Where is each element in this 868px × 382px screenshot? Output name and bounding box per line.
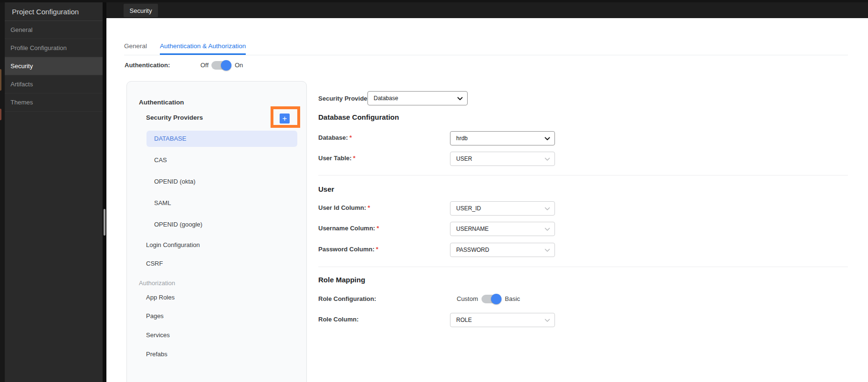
username-column-select[interactable]: USERNAME (450, 222, 555, 236)
tree-item-provider-openid-google[interactable]: OPENID (google) (154, 221, 202, 228)
database-configuration-title: Database Configuration (318, 113, 399, 121)
chevron-down-icon (544, 227, 550, 231)
tree-item-provider-openid-okta[interactable]: OPENID (okta) (154, 178, 196, 185)
required-asterisk: * (367, 204, 370, 211)
security-provider-value: Database (374, 95, 398, 102)
role-column-value: ROLE (456, 317, 472, 323)
security-provider-select[interactable]: Database (367, 91, 468, 105)
chevron-down-icon (544, 319, 550, 322)
sidebar-item-artifacts[interactable]: Artifacts (5, 75, 103, 93)
database-label-text: Database: (318, 134, 348, 141)
user-id-column-value: USER_ID (456, 205, 481, 212)
left-edge-strip (0, 0, 5, 382)
top-tab-bar: Security (106, 0, 868, 18)
password-column-select[interactable]: PASSWORD (450, 243, 555, 257)
tab-general[interactable]: General (124, 42, 147, 55)
chevron-down-icon (544, 157, 550, 161)
tree-item-prefabs[interactable]: Prefabs (146, 351, 167, 358)
user-id-column-select[interactable]: USER_ID (450, 201, 555, 216)
tree-item-provider-cas[interactable]: CAS (154, 156, 167, 164)
user-id-column-label: User Id Column:* (318, 204, 370, 211)
tree-item-services[interactable]: Services (146, 331, 170, 339)
section-divider (318, 267, 848, 267)
role-configuration-label: Role Configuration: (318, 295, 376, 302)
tree-item-security-providers[interactable]: Security Providers (146, 114, 203, 121)
user-table-value: USER (456, 155, 472, 162)
password-column-label: Password Column:* (318, 246, 378, 253)
sidebar-scrollbar-track[interactable] (103, 0, 106, 382)
database-value: hrdb (456, 135, 468, 142)
provider-database-label: DATABASE (146, 131, 297, 147)
sidebar-item-security[interactable]: Security (5, 57, 103, 75)
security-provider-label: Security Provider (318, 95, 370, 102)
username-column-value: USERNAME (456, 226, 489, 232)
section-divider (318, 175, 848, 176)
role-mapping-title: Role Mapping (318, 276, 365, 284)
authentication-toggle-label: Authentication: (125, 62, 170, 69)
password-column-value: PASSWORD (456, 247, 489, 253)
tree-item-provider-saml[interactable]: SAML (154, 199, 171, 206)
tree-item-login-configuration[interactable]: Login Configuration (146, 241, 200, 248)
clipped-icon-mark (0, 69, 1, 91)
chevron-down-icon (544, 137, 550, 141)
user-id-column-label-text: User Id Column: (318, 204, 366, 211)
toggle-thumb (491, 294, 502, 304)
required-asterisk: * (376, 246, 378, 253)
role-configuration-toggle[interactable] (481, 294, 501, 304)
required-asterisk: * (353, 155, 356, 162)
sidebar-title: Project Configuration (5, 0, 103, 21)
settings-tabs: General Authentication & Authorization (124, 38, 848, 55)
toggle-thumb (221, 60, 231, 71)
clipped-icon-mark (0, 109, 1, 120)
tree-section-authorization: Authorization (139, 279, 175, 287)
user-table-label-text: User Table: (318, 155, 352, 162)
tab-authentication-authorization[interactable]: Authentication & Authorization (160, 42, 246, 55)
tree-item-provider-database[interactable]: DATABASE (146, 131, 297, 147)
sidebar-item-profile-configuration[interactable]: Profile Configuration (5, 39, 103, 57)
sidebar-scrollbar-thumb[interactable] (104, 209, 105, 236)
username-column-label-text: Username Column: (318, 225, 375, 232)
toggle-custom-label: Custom (457, 295, 478, 302)
tree-section-authentication: Authentication (139, 99, 184, 106)
role-column-select[interactable]: ROLE (450, 313, 555, 327)
top-tab-security[interactable]: Security (124, 4, 158, 17)
highlight-box-annotation (271, 106, 300, 128)
sidebar-item-general[interactable]: General (5, 21, 103, 39)
toggle-on-label: On (235, 62, 243, 69)
user-section-title: User (318, 185, 334, 193)
password-column-label-text: Password Column: (318, 246, 375, 253)
security-nav-panel: Authentication Security Providers + DATA… (126, 81, 307, 382)
chevron-down-icon (544, 207, 550, 211)
sidebar-item-themes[interactable]: Themes (5, 93, 103, 112)
project-configuration-sidebar: Project Configuration General Profile Co… (5, 0, 103, 382)
tree-item-csrf[interactable]: CSRF (146, 260, 163, 267)
authentication-toggle[interactable] (211, 61, 230, 70)
database-label: Database:* (318, 134, 352, 141)
toggle-basic-label: Basic (505, 295, 520, 302)
role-column-label: Role Column: (318, 316, 359, 323)
toggle-off-label: Off (200, 62, 209, 69)
required-asterisk: * (349, 134, 352, 141)
main-area: Security General Authentication & Author… (106, 0, 868, 382)
chevron-down-icon (457, 97, 463, 101)
tree-item-pages[interactable]: Pages (146, 312, 164, 320)
chevron-down-icon (544, 248, 550, 252)
user-table-select[interactable]: USER (450, 152, 555, 166)
database-select[interactable]: hrdb (450, 131, 555, 145)
username-column-label: Username Column:* (318, 225, 379, 232)
tree-item-app-roles[interactable]: App Roles (146, 294, 175, 301)
window-top-edge (0, 0, 868, 2)
required-asterisk: * (376, 225, 379, 232)
user-table-label: User Table:* (318, 155, 356, 162)
